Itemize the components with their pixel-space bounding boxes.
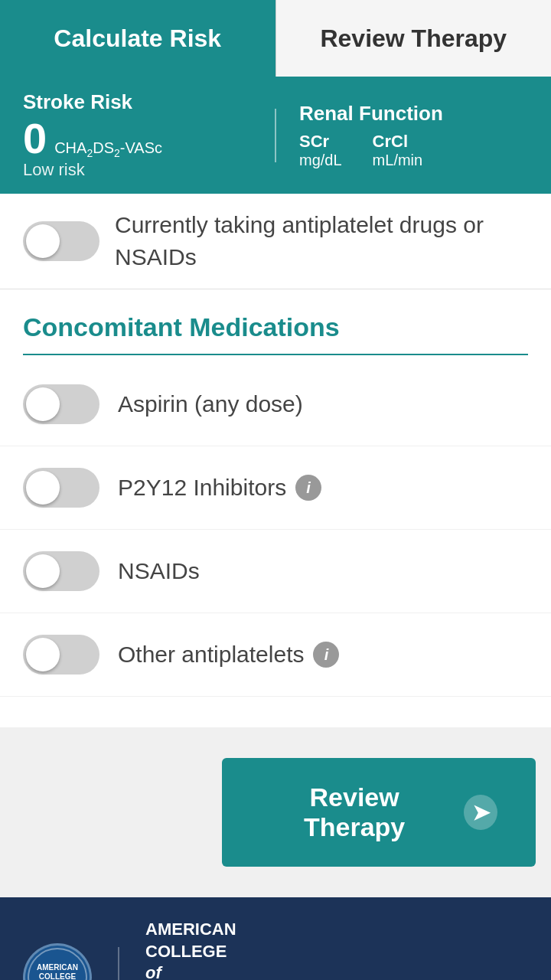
review-btn-container: Review Therapy ➤: [0, 727, 551, 897]
antiplatelet-toggle[interactable]: [23, 221, 99, 261]
nsaids-item: NSAIDs: [0, 530, 551, 613]
aspirin-label: Aspirin (any dose): [118, 391, 303, 417]
p2y12-item: P2Y12 Inhibitors i: [0, 446, 551, 530]
header-tabs: Calculate Risk Review Therapy: [0, 0, 551, 77]
concomitant-section-header: Concomitant Medications: [0, 289, 551, 363]
other-antiplatelets-label: Other antiplatelets i: [118, 642, 339, 668]
other-antiplatelets-info-icon[interactable]: i: [313, 642, 339, 668]
review-therapy-arrow-icon: ➤: [464, 795, 497, 830]
renal-function-section: Renal Function SCr mg/dL CrCl mL/min: [299, 102, 528, 169]
other-antiplatelets-item: Other antiplatelets i: [0, 613, 551, 697]
p2y12-label: P2Y12 Inhibitors i: [118, 475, 321, 501]
svg-text:AMERICAN: AMERICAN: [37, 963, 78, 972]
scr-item: SCr mg/dL: [299, 132, 342, 169]
acc-full-name: AMERICAN COLLEGE of CARDIOLOGY: [145, 919, 332, 980]
other-antiplatelets-toggle[interactable]: [23, 635, 99, 675]
tab-review[interactable]: Review Therapy: [276, 0, 552, 77]
nsaids-toggle[interactable]: [23, 551, 99, 591]
main-content: Currently taking antiplatelet drugs or N…: [0, 194, 551, 727]
review-therapy-button[interactable]: Review Therapy ➤: [222, 758, 536, 867]
svg-text:COLLEGE: COLLEGE: [39, 972, 77, 980]
stats-divider: [275, 109, 276, 162]
footer-divider: [118, 947, 119, 980]
concomitant-title: Concomitant Medications: [23, 312, 528, 355]
crcl-item: CrCl mL/min: [373, 132, 423, 169]
renal-label: Renal Function: [299, 102, 528, 126]
p2y12-info-icon[interactable]: i: [295, 475, 321, 501]
p2y12-toggle[interactable]: [23, 468, 99, 508]
stroke-risk-section: Stroke Risk 0 CHA2DS2-VASc Low risk: [23, 90, 252, 180]
crcl-label: CrCl: [373, 132, 423, 152]
footer-text: AMERICAN COLLEGE of CARDIOLOGY AnticoagE…: [145, 919, 332, 980]
acc-logo: AMERICAN COLLEGE of CARDIOLOGY: [23, 943, 92, 980]
stats-bar: Stroke Risk 0 CHA2DS2-VASc Low risk Rena…: [0, 77, 551, 194]
aspirin-toggle[interactable]: [23, 384, 99, 424]
tab-calculate[interactable]: Calculate Risk: [0, 0, 276, 77]
nsaids-label: NSAIDs: [118, 558, 200, 584]
crcl-unit: mL/min: [373, 152, 423, 169]
antiplatelet-label: Currently taking antiplatelet drugs or N…: [115, 209, 528, 273]
scr-label: SCr: [299, 132, 342, 152]
stroke-risk-label: Stroke Risk: [23, 90, 252, 114]
footer-brand: AMERICAN COLLEGE of CARDIOLOGY AMERICAN …: [0, 897, 551, 980]
risk-level: Low risk: [23, 160, 252, 180]
scr-unit: mg/dL: [299, 152, 342, 169]
partial-toggle-item: Currently taking antiplatelet drugs or N…: [0, 194, 551, 289]
cha2ds2-score: 0: [23, 117, 47, 160]
aspirin-item: Aspirin (any dose): [0, 363, 551, 446]
score-label: CHA2DS2-VASc: [54, 139, 162, 159]
